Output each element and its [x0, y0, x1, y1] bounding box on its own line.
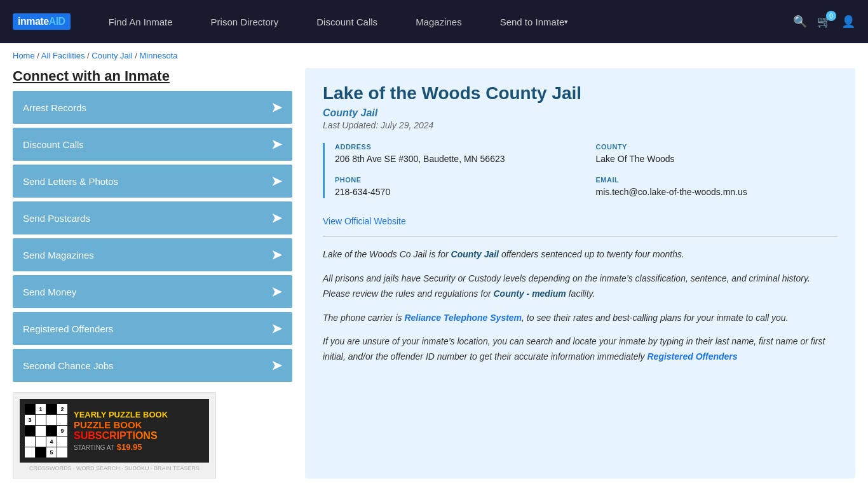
- sidebar-item-registered-offenders[interactable]: Registered Offenders ➤: [13, 312, 292, 345]
- reliance-link[interactable]: Reliance Telephone System: [404, 313, 522, 323]
- chevron-right-icon: ➤: [271, 173, 282, 189]
- email-value: mis.tech@co.lake-of-the-woods.mn.us: [596, 186, 838, 199]
- ad-box: 12 3 9 4 5 YEARLY PUZZLE BOOK PUZZLE BOO…: [13, 392, 216, 478]
- cart-badge: 0: [826, 11, 836, 21]
- divider: [323, 236, 837, 237]
- sidebar-item-label: Send Postcards: [23, 213, 90, 224]
- sidebar-item-label: Arrest Records: [23, 102, 86, 113]
- address-label: ADDRESS: [335, 143, 577, 151]
- sidebar-item-send-magazines[interactable]: Send Magazines ➤: [13, 238, 292, 271]
- chevron-right-icon: ➤: [271, 358, 282, 373]
- ad-puzzle-book-text: PUZZLE BOOK: [74, 419, 204, 430]
- sidebar-item-label: Send Magazines: [23, 250, 94, 261]
- breadcrumb: Home / All Facilities / County Jail / Mi…: [0, 43, 868, 68]
- nav-prison-directory[interactable]: Prison Directory: [192, 0, 298, 43]
- sidebar-item-label: Registered Offenders: [23, 323, 113, 334]
- chevron-right-icon: ➤: [271, 321, 282, 336]
- desc2-bold: County - medium: [493, 288, 566, 299]
- nav-links: Find An Inmate Prison Directory Discount…: [90, 0, 793, 43]
- website-link[interactable]: View Official Website: [323, 216, 406, 226]
- nav-icons: 🔍 🛒 0 👤: [793, 15, 855, 29]
- nav-find-inmate[interactable]: Find An Inmate: [90, 0, 192, 43]
- ad-types-text: CROSSWORDS · WORD SEARCH · SUDOKU · BRAI…: [20, 465, 209, 471]
- breadcrumb-all-facilities[interactable]: All Facilities: [41, 51, 85, 60]
- facility-title: Lake of the Woods County Jail: [323, 83, 837, 104]
- user-icon[interactable]: 👤: [841, 15, 855, 29]
- desc3-text: The phone carrier is: [323, 313, 404, 323]
- chevron-right-icon: ➤: [271, 100, 282, 115]
- ad-grid: 12 3 9 4 5: [25, 404, 67, 458]
- county-block: COUNTY Lake Of The Woods: [596, 143, 838, 166]
- sidebar-item-send-postcards[interactable]: Send Postcards ➤: [13, 201, 292, 234]
- nav-discount-calls[interactable]: Discount Calls: [297, 0, 397, 43]
- facility-content: Lake of the Woods County Jail County Jai…: [305, 68, 855, 478]
- nav-send-to-inmate[interactable]: Send to Inmate: [481, 0, 588, 43]
- facility-info-grid: ADDRESS 206 8th Ave SE #300, Baudette, M…: [323, 143, 837, 198]
- chevron-right-icon: ➤: [271, 284, 282, 299]
- ad-text-block: YEARLY PUZZLE BOOK PUZZLE BOOK SUBSCRIPT…: [74, 410, 204, 452]
- breadcrumb-home[interactable]: Home: [13, 51, 35, 60]
- phone-value: 218-634-4570: [335, 186, 577, 199]
- chevron-right-icon: ➤: [271, 247, 282, 262]
- main-container: Connect with an Inmate Arrest Records ➤ …: [0, 68, 868, 488]
- sidebar-title: Connect with an Inmate: [13, 68, 292, 85]
- registered-offenders-link[interactable]: Registered Offenders: [647, 351, 737, 362]
- breadcrumb-state[interactable]: Minnesota: [139, 51, 177, 60]
- sidebar-ad[interactable]: 12 3 9 4 5 YEARLY PUZZLE BOOK PUZZLE BOO…: [13, 392, 292, 478]
- cart-icon[interactable]: 🛒 0: [817, 15, 831, 29]
- sidebar-item-second-chance-jobs[interactable]: Second Chance Jobs ➤: [13, 349, 292, 382]
- ad-subscriptions-text: SUBSCRIPTIONS: [74, 430, 204, 442]
- sidebar-item-label: Second Chance Jobs: [23, 360, 114, 371]
- facility-description: Lake of the Woods Co Jail is for County …: [323, 247, 837, 365]
- email-label: EMAIL: [596, 176, 838, 184]
- desc-paragraph-4: If you are unsure of your inmate’s locat…: [323, 334, 837, 365]
- ad-puzzle-banner: 12 3 9 4 5 YEARLY PUZZLE BOOK PUZZLE BOO…: [20, 399, 209, 463]
- sidebar-item-label: Send Letters & Photos: [23, 176, 118, 187]
- address-value: 206 8th Ave SE #300, Baudette, MN 56623: [335, 153, 577, 166]
- address-block: ADDRESS 206 8th Ave SE #300, Baudette, M…: [335, 143, 577, 166]
- county-value: Lake Of The Woods: [596, 153, 838, 166]
- phone-block: PHONE 218-634-4570: [335, 176, 577, 199]
- logo-inmate-text: inmate: [18, 16, 49, 27]
- desc-paragraph-2: All prisons and jails have Security or C…: [323, 271, 837, 302]
- sidebar-item-send-letters[interactable]: Send Letters & Photos ➤: [13, 165, 292, 198]
- chevron-right-icon: ➤: [271, 210, 282, 226]
- chevron-right-icon: ➤: [271, 137, 282, 152]
- sidebar-item-label: Send Money: [23, 287, 76, 297]
- phone-label: PHONE: [335, 176, 577, 184]
- main-nav: inmateAID Find An Inmate Prison Director…: [0, 0, 868, 43]
- desc4-text: If you are unsure of your inmate’s locat…: [323, 336, 825, 362]
- sidebar-item-label: Discount Calls: [23, 139, 84, 150]
- desc2-cont: facility.: [566, 288, 595, 299]
- county-label: COUNTY: [596, 143, 838, 151]
- sidebar: Connect with an Inmate Arrest Records ➤ …: [13, 68, 292, 478]
- desc1-text: Lake of the Woods Co Jail is for: [323, 249, 451, 259]
- desc-paragraph-3: The phone carrier is Reliance Telephone …: [323, 311, 837, 326]
- facility-updated: Last Updated: July 29, 2024: [323, 120, 837, 130]
- nav-magazines[interactable]: Magazines: [397, 0, 481, 43]
- sidebar-item-send-money[interactable]: Send Money ➤: [13, 275, 292, 308]
- facility-type: County Jail: [323, 107, 837, 119]
- logo-aid-text: AID: [49, 16, 65, 27]
- desc1-cont: offenders sentenced up to twenty four mo…: [499, 249, 684, 259]
- search-icon[interactable]: 🔍: [793, 15, 807, 29]
- ad-starting-text: STARTING AT $19.95: [74, 442, 204, 452]
- sidebar-item-discount-calls[interactable]: Discount Calls ➤: [13, 128, 292, 161]
- breadcrumb-county-jail[interactable]: County Jail: [92, 51, 132, 60]
- logo[interactable]: inmateAID: [13, 13, 71, 30]
- sidebar-item-arrest-records[interactable]: Arrest Records ➤: [13, 91, 292, 124]
- email-block: EMAIL mis.tech@co.lake-of-the-woods.mn.u…: [596, 176, 838, 199]
- desc-paragraph-1: Lake of the Woods Co Jail is for County …: [323, 247, 837, 262]
- ad-yearly-text: YEARLY PUZZLE BOOK: [74, 410, 204, 419]
- desc1-bold: County Jail: [451, 249, 499, 259]
- desc3-cont: , to see their rates and best-calling pl…: [522, 313, 788, 323]
